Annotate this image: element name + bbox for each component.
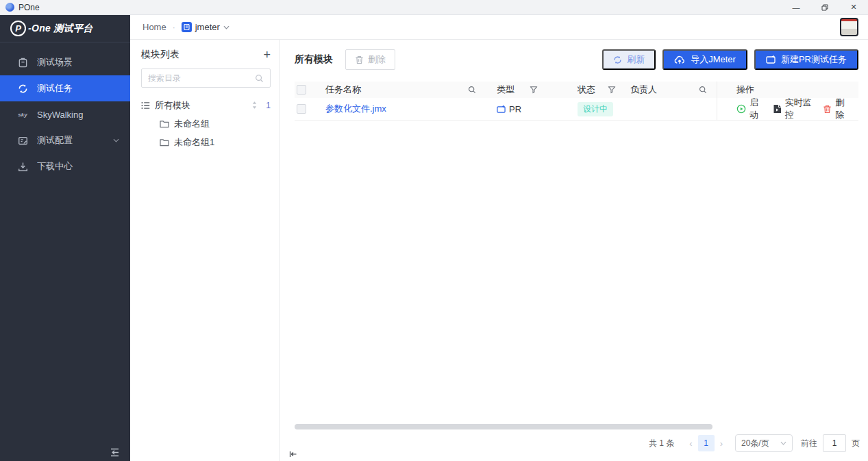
column-header-name: 任务名称 [325, 84, 361, 96]
trash-icon [355, 55, 364, 64]
sidebar-item-download-center[interactable]: 下载中心 [0, 153, 130, 179]
horizontal-scrollbar[interactable] [295, 424, 712, 429]
next-page-button[interactable]: › [715, 438, 728, 449]
sidebar-item-test-scenario[interactable]: 测试场景 [0, 49, 130, 75]
cloud-upload-icon [674, 55, 685, 64]
delete-action-label: 删除 [835, 97, 848, 121]
search-icon[interactable] [255, 74, 264, 83]
goto-page-input[interactable] [823, 434, 846, 452]
app-icon [5, 3, 14, 12]
main-content: 所有模块 删除 刷新 [280, 40, 868, 461]
delete-selected-button[interactable]: 删除 [345, 49, 395, 70]
search-icon[interactable] [699, 86, 707, 94]
refresh-label: 刷新 [627, 53, 645, 66]
pagination-total: 共 1 条 [649, 438, 674, 449]
restore-button[interactable] [810, 0, 839, 14]
tree-node-count: 1 [262, 101, 271, 110]
monitor-file-icon [773, 104, 782, 114]
module-tree: 所有模块 1 未命名组 [141, 96, 271, 151]
tree-node-label: 未命名组1 [174, 136, 214, 149]
page-unit-label: 页 [852, 438, 860, 449]
topbar: Home · jmeter [130, 15, 868, 40]
prev-page-button[interactable]: ‹ [684, 438, 697, 449]
module-list-title: 模块列表 [141, 49, 179, 61]
monitor-action-label: 实时监控 [785, 97, 813, 121]
sidebar-item-label: 测试场景 [37, 56, 73, 68]
panel-collapse-icon[interactable] [289, 451, 297, 458]
row-checkbox[interactable] [297, 104, 306, 114]
start-action[interactable]: 启动 [736, 97, 762, 121]
select-all-checkbox[interactable] [297, 85, 306, 95]
filter-icon[interactable] [530, 86, 538, 94]
sidebar-item-label: 测试配置 [37, 134, 73, 147]
logo-icon: P [10, 21, 26, 36]
pagination: 共 1 条 ‹ 1 › 20条/页 前往 页 [649, 434, 860, 452]
config-board-icon [17, 136, 28, 146]
chevron-down-icon [780, 441, 786, 445]
delete-action[interactable]: 删除 [823, 97, 848, 121]
column-header-operations: 操作 [736, 84, 754, 96]
project-icon [182, 22, 192, 32]
tree-node-group[interactable]: 未命名组1 [141, 133, 271, 151]
import-jmeter-button[interactable]: 导入JMeter [662, 49, 747, 70]
avatar[interactable] [840, 18, 858, 36]
tree-node-label: 所有模块 [155, 99, 190, 112]
column-header-status: 状态 [578, 84, 595, 96]
breadcrumb-current-project[interactable]: jmeter [195, 22, 220, 32]
sidebar-item-label: 测试任务 [37, 82, 73, 95]
chevron-down-icon[interactable] [113, 138, 119, 142]
sidebar-item-test-config[interactable]: 测试配置 [0, 127, 130, 153]
refresh-icon [613, 55, 622, 64]
module-list-panel: 模块列表 + 所有模块 [130, 40, 280, 461]
minimize-button[interactable]: — [782, 0, 810, 14]
window-titlebar: POne — ✕ [0, 0, 868, 15]
folder-icon [160, 138, 169, 147]
download-icon [17, 162, 28, 172]
task-table: 任务名称 类型 状态 [295, 82, 858, 121]
content-toolbar: 所有模块 删除 刷新 [280, 40, 868, 70]
refresh-button[interactable]: 刷新 [602, 49, 656, 70]
filter-icon[interactable] [608, 86, 616, 94]
skywalking-icon: sky [17, 112, 28, 118]
monitor-plus-icon [766, 55, 776, 64]
column-header-owner: 负责人 [630, 84, 657, 96]
chevron-down-icon[interactable] [223, 25, 230, 29]
window-title: POne [18, 3, 40, 12]
tree-node-group[interactable]: 未命名组 [141, 114, 271, 133]
task-type: PR [509, 104, 521, 114]
add-module-button[interactable]: + [263, 49, 271, 61]
restore-icon [821, 4, 828, 11]
table-header-row: 任务名称 类型 状态 [295, 82, 858, 98]
pr-type-icon [497, 105, 506, 114]
breadcrumb-home[interactable]: Home [142, 22, 166, 32]
search-icon[interactable] [468, 86, 476, 94]
page-number-1[interactable]: 1 [698, 435, 715, 451]
import-jmeter-label: 导入JMeter [691, 53, 736, 66]
tree-node-all-modules[interactable]: 所有模块 1 [141, 96, 271, 114]
sort-icon[interactable] [251, 101, 258, 110]
breadcrumb-separator: · [173, 23, 175, 32]
page-size-select[interactable]: 20条/页 [735, 434, 793, 452]
list-icon [141, 101, 150, 110]
goto-label: 前往 [801, 438, 817, 449]
close-button[interactable]: ✕ [839, 0, 868, 14]
new-pr-task-label: 新建PR测试任务 [781, 53, 847, 66]
clipboard-icon [17, 58, 28, 68]
sidebar-item-test-task[interactable]: 测试任务 [0, 75, 130, 101]
trash-icon [823, 105, 832, 114]
sidebar-item-label: 下载中心 [37, 160, 73, 173]
task-name-link[interactable]: 参数化文件.jmx [325, 103, 386, 115]
sidebar-collapse-icon[interactable] [109, 448, 121, 457]
sidebar-item-skywalking[interactable]: sky SkyWalking [0, 101, 130, 127]
app-logo: P -One 测试平台 [0, 15, 130, 42]
new-pr-task-button[interactable]: 新建PR测试任务 [754, 49, 858, 70]
monitor-action[interactable]: 实时监控 [773, 97, 813, 121]
page-title: 所有模块 [295, 53, 333, 66]
module-search-input[interactable] [148, 73, 251, 83]
sidebar-menu: 测试场景 测试任务 sky SkyWalking 测试配置 [0, 49, 130, 179]
sidebar: P -One 测试平台 测试场景 测试任务 sky SkyWalking [0, 15, 130, 461]
column-header-type: 类型 [497, 84, 514, 96]
tree-node-label: 未命名组 [174, 118, 210, 130]
module-search-box [141, 68, 271, 88]
delete-selected-label: 删除 [368, 53, 386, 66]
